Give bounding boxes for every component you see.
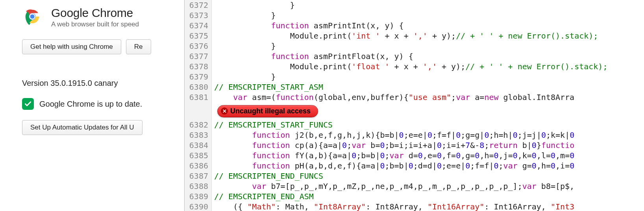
line-number[interactable]: 6374	[185, 20, 208, 31]
code-line[interactable]: }	[212, 41, 644, 51]
code-line[interactable]: function asmPrintInt(x, y) {	[212, 20, 644, 31]
code-line[interactable]: // EMSCRIPTEN_START_ASM	[212, 82, 644, 92]
code-line[interactable]: function cp(a){a=a|0;var b=0;b=i;i=i+a|0…	[212, 140, 644, 150]
setup-auto-updates-button[interactable]: Set Up Automatic Updates for All U	[22, 120, 142, 135]
line-number-gutter[interactable]: 6372637363746375637663776378637963806381…	[184, 0, 212, 211]
about-subtitle: A web browser built for speed	[51, 20, 139, 28]
up-to-date-row: Google Chrome is up to date.	[22, 98, 184, 110]
version-text: Version 35.0.1915.0 canary	[22, 79, 184, 88]
line-number[interactable]: 6379	[185, 72, 208, 82]
line-number[interactable]: 6380	[185, 82, 208, 92]
devtools-source-editor: 6372637363746375637663776378637963806381…	[184, 0, 644, 211]
line-number[interactable]: 6377	[185, 51, 208, 61]
line-number[interactable]: 6373	[185, 10, 208, 20]
code-line[interactable]: }	[212, 72, 644, 82]
secondary-button-truncated[interactable]: Re	[126, 39, 151, 54]
error-bubble-row: ✕ Uncaught illegal access	[212, 102, 644, 120]
code-line[interactable]: function pH(a,b,d,e,f){a=a|0;b=b|0;d=d|0…	[212, 161, 644, 171]
source-code-area[interactable]: } } function asmPrintInt(x, y) { Module.…	[212, 0, 644, 211]
error-bubble[interactable]: ✕ Uncaught illegal access	[217, 105, 318, 117]
code-line[interactable]: ({ "Math": Math, "Int8Array": Int8Array,…	[212, 202, 644, 211]
line-number[interactable]: 6384	[185, 140, 208, 150]
line-number[interactable]: 6375	[185, 31, 208, 41]
line-number[interactable]: 6383	[185, 130, 208, 140]
error-message: Uncaught illegal access	[230, 107, 311, 115]
line-number[interactable]: 6382	[185, 120, 208, 130]
line-number[interactable]: 6372	[185, 0, 208, 10]
line-number[interactable]: 6378	[185, 61, 208, 72]
code-line[interactable]: var asm=(function(global,env,buffer){"us…	[212, 92, 644, 102]
up-to-date-text: Google Chrome is up to date.	[39, 100, 142, 109]
code-line[interactable]: }	[212, 0, 644, 10]
code-line[interactable]: function j2(b,e,f,g,h,j,k){b=b|0;e=e|0;f…	[212, 130, 644, 140]
code-line[interactable]: // EMSCRIPTEN_END_FUNCS	[212, 171, 644, 181]
line-number[interactable]: 6385	[185, 150, 208, 161]
code-line[interactable]: function asmPrintFloat(x, y) {	[212, 51, 644, 61]
line-number[interactable]: 6381	[185, 92, 208, 102]
header-row: Google Chrome A web browser built for sp…	[22, 6, 184, 28]
code-line[interactable]: Module.print('int ' + x + ',' + y);// + …	[212, 31, 644, 41]
get-help-button[interactable]: Get help with using Chrome	[22, 39, 121, 54]
line-number[interactable]: 6387	[185, 171, 208, 181]
line-number[interactable]: 6386	[185, 161, 208, 171]
code-line[interactable]: var b7=[p_,p_,mY,p_,mZ,p_,ne,p_,m4,p_,m_…	[212, 181, 644, 191]
about-title: Google Chrome	[51, 6, 139, 20]
line-number[interactable]: 6389	[185, 191, 208, 202]
check-icon	[22, 98, 34, 110]
line-number[interactable]: 6388	[185, 181, 208, 191]
code-line[interactable]: // EMSCRIPTEN_END_ASM	[212, 191, 644, 202]
button-row: Get help with using Chrome Re	[22, 39, 184, 54]
code-line[interactable]: Module.print('float ' + x + ',' + y);// …	[212, 61, 644, 72]
line-number[interactable]: 6390	[185, 202, 208, 211]
code-line[interactable]: // EMSCRIPTEN_START_FUNCS	[212, 120, 644, 130]
about-chrome-panel: Google Chrome A web browser built for sp…	[0, 0, 184, 211]
error-close-icon[interactable]: ✕	[221, 107, 228, 115]
line-number[interactable]: 6376	[185, 41, 208, 51]
chrome-logo-icon	[22, 6, 43, 27]
code-line[interactable]: }	[212, 10, 644, 20]
code-line[interactable]: function fY(a,b){a=a|0;b=b|0;var d=0,e=0…	[212, 150, 644, 161]
